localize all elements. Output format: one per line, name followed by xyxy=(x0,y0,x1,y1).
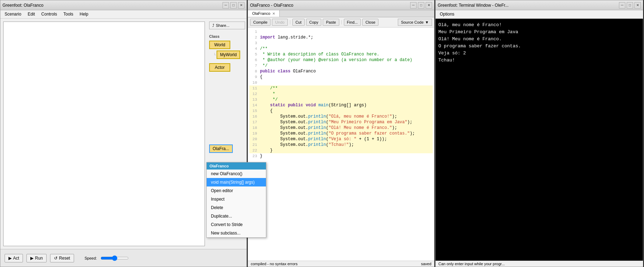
terminal-line-3: Olá! Meu nome é Franco. xyxy=(438,36,640,43)
ctx-duplicate[interactable]: Duplicate... xyxy=(207,212,266,220)
close-button[interactable]: Close xyxy=(362,19,378,26)
ctx-convert-stride[interactable]: Convert to Stride xyxy=(207,220,266,229)
code-content-wrapper: 1 2 import lang.stride.*; 3 4 /** 5 * Wr… xyxy=(248,29,434,159)
terminal-menu-options[interactable]: Options xyxy=(438,11,456,17)
actor-class-row: Actor xyxy=(209,63,245,72)
act-icon: ▶ xyxy=(8,256,12,261)
terminal-status-text: Can only enter input while your progr... xyxy=(438,262,505,266)
speed-slider[interactable] xyxy=(101,255,129,261)
editor-minimize-btn[interactable]: ─ xyxy=(410,2,417,8)
share-icon: ⤴ xyxy=(212,23,214,28)
compile-button[interactable]: Compile xyxy=(250,19,271,26)
saved-text: saved xyxy=(421,262,431,266)
cut-button[interactable]: Cut xyxy=(292,19,305,26)
undo-button[interactable]: Undo xyxy=(272,19,287,26)
terminal-maximize-btn[interactable]: □ xyxy=(627,2,633,8)
code-line-21: 21 System.out.println("Tchau!"); xyxy=(249,142,433,148)
world-class-box[interactable]: World xyxy=(209,41,230,49)
code-line-19: 19 System.out.println("O programa saber … xyxy=(249,131,433,136)
act-label: Act xyxy=(13,256,19,261)
share-button[interactable]: ⤴ Share... xyxy=(209,22,245,29)
code-line-6: 6 * @author (your name) @version (a vers… xyxy=(249,57,433,63)
terminal-window: Greenfoot: Terminal Window - OleFr... ─ … xyxy=(435,0,643,267)
main-window-title: Greenfoot: OlaFranco xyxy=(2,3,43,8)
terminal-window-title: Greenfoot: Terminal Window - OleFr... xyxy=(438,3,509,8)
ctx-new-olafran[interactable]: new OlaFranco() xyxy=(207,170,266,178)
maximize-btn[interactable]: □ xyxy=(230,2,237,8)
reset-label: Reset xyxy=(59,256,70,261)
code-line-4: 4 /** xyxy=(249,46,433,52)
class-label: Class xyxy=(209,34,245,38)
terminal-window-controls: ─ □ ✕ xyxy=(619,2,641,8)
editor-tab-empty xyxy=(280,10,434,17)
world-canvas xyxy=(3,22,205,246)
code-line-14: 14 static public void main(String[] args… xyxy=(249,102,433,108)
code-line-5: 5 * Write a description of class OlaFran… xyxy=(249,52,433,57)
source-code-label: Source Code xyxy=(401,20,424,24)
minimize-btn[interactable]: ─ xyxy=(223,2,229,8)
context-menu: OlaFranco new OlaFranco() void main(Stri… xyxy=(206,162,266,238)
run-label: Run xyxy=(35,256,43,261)
close-btn[interactable]: ✕ xyxy=(238,2,244,8)
editor-maximize-btn[interactable]: □ xyxy=(418,2,424,8)
code-line-15: 15 { xyxy=(249,108,433,114)
ctx-inspect[interactable]: Inspect xyxy=(207,195,266,203)
ctx-open-editor[interactable]: Open editor xyxy=(207,186,266,195)
terminal-menubar: Options xyxy=(436,10,643,19)
main-window-controls: ─ □ ✕ xyxy=(223,2,244,8)
code-line-7: 7 */ xyxy=(249,63,433,69)
editor-tab-olafra[interactable]: OlaFranco ✕ xyxy=(248,10,280,17)
menu-controls[interactable]: Controls xyxy=(40,11,59,17)
editor-titlebar: OlaFranco - OlaFranco ─ □ ✕ xyxy=(248,0,434,10)
terminal-line-2: Meu Primeiro Programa em Java xyxy=(438,29,640,36)
myworld-class-box[interactable]: MyWorld xyxy=(217,51,240,59)
terminal-minimize-btn[interactable]: ─ xyxy=(619,2,625,8)
share-label: Share... xyxy=(216,23,230,28)
world-class-row: World xyxy=(209,41,245,49)
ctx-void-main[interactable]: void main(String[] args) xyxy=(207,178,266,186)
code-line-2: 2 import lang.stride.*; xyxy=(249,35,433,40)
act-button[interactable]: ▶ Act xyxy=(5,254,23,262)
run-button[interactable]: ▶ Run xyxy=(26,254,47,262)
greenfoot-main-window: Greenfoot: OlaFranco ─ □ ✕ Scenario Edit… xyxy=(0,0,247,267)
reset-button[interactable]: ↺ Reset xyxy=(50,254,74,262)
olafra-class-box[interactable]: OlaFra... xyxy=(209,144,233,153)
code-line-3: 3 xyxy=(249,40,433,46)
actor-class-box[interactable]: Actor xyxy=(209,63,230,72)
code-line-12: 12 * xyxy=(249,91,433,97)
code-line-23: 23 } xyxy=(249,153,433,159)
editor-window: OlaFranco - OlaFranco ─ □ ✕ OlaFranco ✕ … xyxy=(248,0,435,267)
class-hierarchy: World └ MyWorld Actor xyxy=(209,41,245,72)
menu-tools[interactable]: Tools xyxy=(62,11,75,17)
main-menubar: Scenario Edit Controls Tools Help xyxy=(0,10,247,19)
terminal-output: Olá, meu nome é Franco! Meu Primeiro Pro… xyxy=(436,19,643,261)
terminal-close-btn[interactable]: ✕ xyxy=(634,2,641,8)
myworld-class-row: └ MyWorld xyxy=(213,51,245,59)
editor-close-btn[interactable]: ✕ xyxy=(426,2,432,8)
code-line-17: 17 System.out.println("Meu Primeiro Prog… xyxy=(249,119,433,125)
tab-close-icon[interactable]: ✕ xyxy=(272,12,275,16)
menu-scenario[interactable]: Scenario xyxy=(3,11,23,17)
menu-help[interactable]: Help xyxy=(78,11,90,17)
context-menu-header: OlaFranco xyxy=(207,162,266,170)
code-line-20: 20 System.out.println("Veja só: " + (1 +… xyxy=(249,136,433,142)
editor-tab-container: OlaFranco ✕ xyxy=(248,10,434,17)
ctx-delete[interactable]: Delete xyxy=(207,203,266,212)
menu-edit[interactable]: Edit xyxy=(26,11,36,17)
dropdown-arrow-icon: ▼ xyxy=(425,20,429,24)
source-code-dropdown[interactable]: Source Code ▼ xyxy=(398,19,432,26)
terminal-statusbar: Can only enter input while your progr... xyxy=(436,261,643,267)
olafra-panel-area: OlaFra... xyxy=(209,144,245,153)
code-line-1: 1 xyxy=(249,29,433,35)
editor-tab-label: OlaFranco xyxy=(252,11,270,16)
ctx-new-subclass[interactable]: New subclass... xyxy=(207,229,266,237)
find-button[interactable]: Find... xyxy=(344,19,361,26)
copy-button[interactable]: Copy xyxy=(306,19,322,26)
toolbar-divider2 xyxy=(341,20,342,24)
toolbar-divider1 xyxy=(290,20,290,24)
code-line-10: 10 xyxy=(249,80,433,85)
editor-window-controls: ─ □ ✕ xyxy=(410,2,432,8)
paste-button[interactable]: Paste xyxy=(323,19,339,26)
code-editor-area[interactable]: 1 2 import lang.stride.*; 3 4 /** 5 * Wr… xyxy=(248,28,434,261)
indent-icon: └ xyxy=(213,53,216,57)
